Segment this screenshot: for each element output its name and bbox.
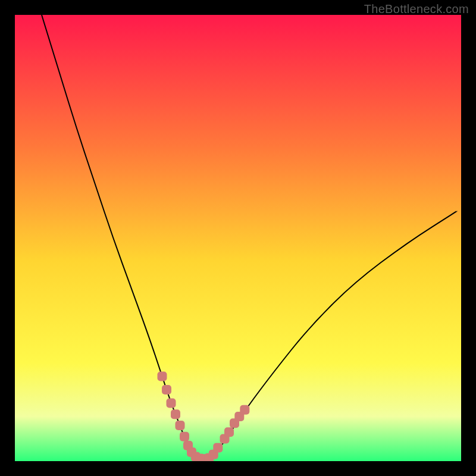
gradient-background — [15, 15, 461, 461]
curve-marker — [213, 443, 223, 453]
curve-marker — [158, 372, 167, 381]
plot-area — [15, 15, 461, 461]
curve-marker — [171, 409, 180, 419]
curve-marker — [180, 432, 189, 441]
chart-svg — [15, 15, 461, 461]
curve-marker — [176, 421, 185, 430]
curve-marker — [240, 405, 249, 415]
curve-marker — [224, 427, 234, 437]
curve-marker — [167, 399, 176, 408]
curve-marker — [162, 385, 171, 394]
watermark-text: TheBottleneck.com — [364, 2, 469, 16]
chart-container: TheBottleneck.com — [0, 0, 476, 476]
